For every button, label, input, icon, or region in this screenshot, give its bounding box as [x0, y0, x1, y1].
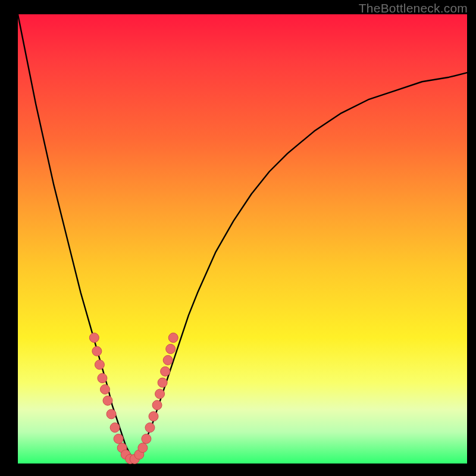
bottleneck-curve — [18, 14, 467, 459]
curve-marker — [98, 374, 107, 383]
curve-marker — [92, 346, 102, 356]
chart-svg — [18, 14, 467, 464]
curve-marker — [152, 400, 162, 410]
curve-marker — [95, 360, 104, 369]
watermark-text: TheBottleneck.com — [359, 1, 468, 15]
curve-marker — [138, 443, 148, 453]
curve-marker — [114, 434, 123, 443]
curve-markers — [89, 333, 178, 464]
plot-area — [18, 14, 467, 464]
curve-marker — [161, 367, 170, 376]
curve-marker — [166, 344, 176, 353]
curve-marker — [158, 378, 167, 387]
chart-stage: TheBottleneck.com — [0, 0, 476, 476]
curve-marker — [107, 409, 116, 419]
curve-marker — [103, 396, 112, 405]
curve-marker — [149, 412, 158, 421]
curve-marker — [110, 423, 120, 433]
curve-marker — [100, 384, 109, 394]
curve-marker — [163, 355, 173, 365]
curve-marker — [89, 333, 99, 343]
curve-marker — [168, 333, 178, 343]
curve-marker — [145, 423, 155, 433]
curve-marker — [142, 434, 151, 443]
curve-marker — [155, 389, 165, 399]
